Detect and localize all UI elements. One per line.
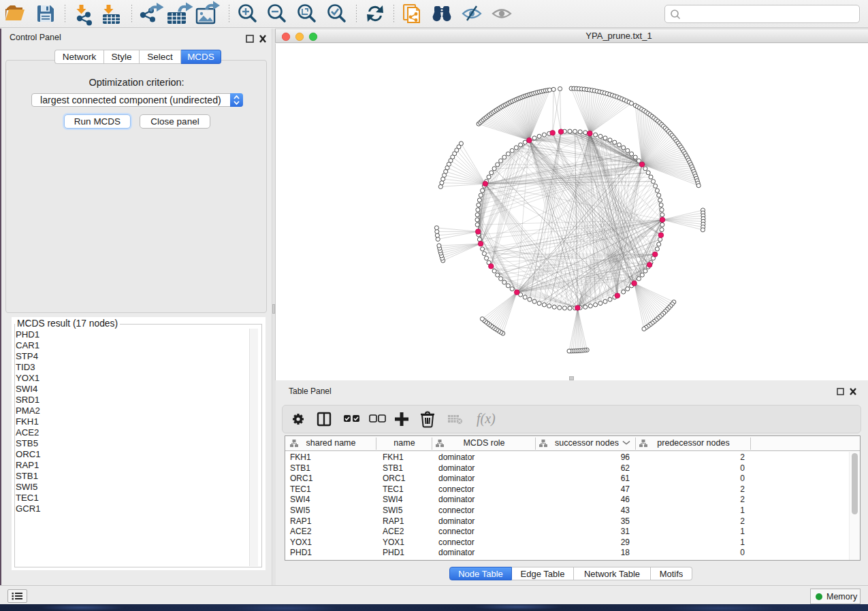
svg-text:f(x): f(x) bbox=[477, 411, 496, 427]
